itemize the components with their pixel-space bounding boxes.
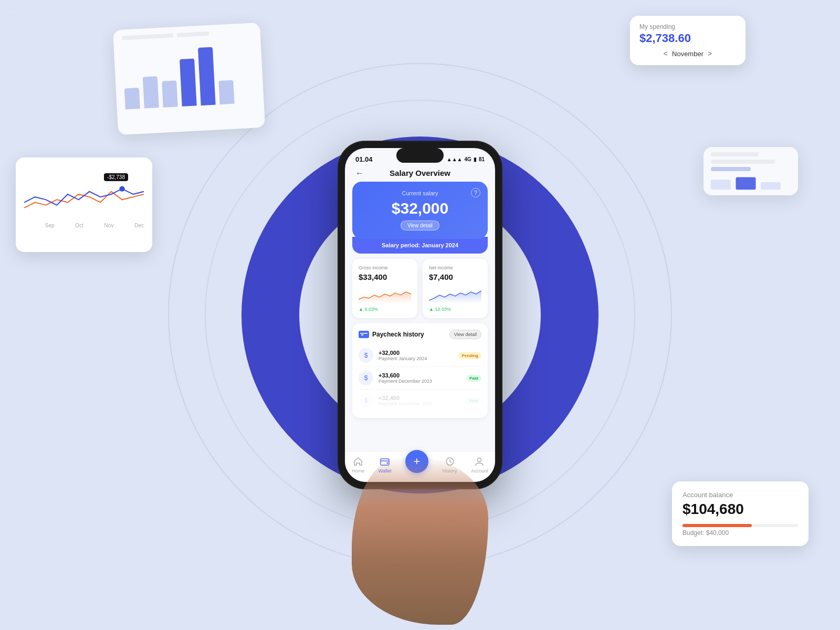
status-icons: ▲▲▲ 4G ▮ 81 [447,156,485,162]
spending-card: My spending $2,738.60 < November > [630,16,746,65]
screen-title: Salary Overview [390,169,450,177]
nav-home[interactable]: Home [352,456,364,474]
bar-3 [162,80,178,107]
gross-income-chart [359,285,411,303]
account-icon [474,456,485,467]
line-chart-area: -$2,738 [24,168,144,220]
svg-rect-3 [761,182,781,190]
phone-wrapper: 01.04 ▲▲▲ 4G ▮ 81 ← Salary Overview ? Cu… [339,142,501,488]
payment-icon-2: $ [359,371,373,385]
bar-chart-bars [122,40,256,110]
current-salary-amount: $32,000 [362,200,478,217]
spending-label: My spending [639,23,736,30]
bar-6 [218,80,234,104]
paycheck-title: Paycheck history [372,331,424,338]
phone-notch [396,148,444,163]
salary-period: Salary period: January 2024 [352,237,488,254]
payment-amount-2: +33,600 [379,372,461,379]
app-header: ← Salary Overview [345,165,495,182]
payment-badge-3: Paid [466,397,481,404]
spending-month: November [672,50,704,58]
label-nov: Nov [104,223,114,228]
view-detail-button[interactable]: View detail [401,220,439,230]
phone-screen: 01.04 ▲▲▲ 4G ▮ 81 ← Salary Overview ? Cu… [345,148,495,482]
next-month-arrow[interactable]: > [708,49,712,58]
salary-period-prefix: Salary period: [382,242,420,248]
net-income-label: Net income [429,265,481,270]
paycheck-section: Paycheck history View detail $ +32,000 P… [352,323,488,418]
salary-period-value: January 2024 [422,242,458,248]
label-oct: Oct [75,223,83,228]
bar-2 [143,76,159,108]
small-right-card [704,147,798,195]
label-sep: Sep [45,223,55,228]
svg-rect-1 [711,180,731,190]
current-salary-label: Current salary [362,190,478,196]
payment-info-3: +32,400 Payment November 2023 [379,395,461,406]
payment-badge-1: Pending [458,352,481,359]
signal-icon: ▲▲▲ [447,156,463,162]
gross-income-amount: $33,400 [359,272,411,281]
paycheck-title-area: Paycheck history [359,331,424,338]
bar-chart-card [113,23,265,135]
credit-card-menu: ··· [8,8,13,14]
chart-tag: -$2,738 [104,173,128,181]
paycheck-icon [359,331,369,338]
payment-amount-3: +32,400 [379,395,461,401]
phone-frame: 01.04 ▲▲▲ 4G ▮ 81 ← Salary Overview ? Cu… [339,142,501,488]
nav-home-label: Home [352,468,364,474]
back-button[interactable]: ← [355,169,364,178]
income-grid: Gross income $33,400 [352,259,488,318]
gross-income-change: ▲ 6.03% [359,307,411,312]
chart-x-labels: Sep Oct Nov Dec [24,223,144,228]
bar-4 [180,58,197,106]
label-dec: Dec [134,223,144,228]
svg-rect-8 [361,334,363,335]
battery-level: 81 [479,156,485,162]
nav-account[interactable]: Account [471,456,488,474]
salary-card: ? Current salary $32,000 View detail [352,182,488,239]
net-income-change: ▲ 10.03% [429,307,481,312]
paycheck-item-2: $ +33,600 Payment December 2023 Paid [359,367,481,390]
payment-icon-3: $ [359,393,373,408]
gross-income-card: Gross income $33,400 [352,259,417,318]
balance-card: Account balance $104,680 Budget: $40,000 [672,481,808,546]
svg-rect-2 [736,177,756,190]
payment-desc-3: Payment November 2023 [379,401,461,406]
net-income-amount: $7,400 [429,272,481,281]
hand-illustration [352,457,488,625]
network-type: 4G [465,156,471,162]
payment-amount-1: +32,000 [379,350,453,356]
payment-icon-1: $ [359,348,373,363]
payment-info-1: +32,000 Payment January 2024 [379,350,453,361]
line-chart-card: -$2,738 Sep Oct Nov Dec [16,158,152,252]
small-card-lines [711,152,791,171]
prev-month-arrow[interactable]: < [664,49,668,58]
balance-amount: $104,680 [682,501,798,518]
payment-desc-1: Payment January 2024 [379,356,453,361]
home-icon [352,456,364,467]
svg-rect-6 [360,332,368,337]
net-income-chart [429,285,481,303]
paycheck-view-detail[interactable]: View detail [449,330,481,339]
svg-point-13 [478,458,481,462]
paycheck-item-3: $ +32,400 Payment November 2023 Paid [359,390,481,412]
payment-info-2: +33,600 Payment December 2023 [379,372,461,384]
svg-point-0 [119,186,124,191]
balance-label: Account balance [682,491,798,499]
payment-desc-2: Payment December 2023 [379,379,461,384]
spending-amount: $2,738.60 [639,32,736,45]
payment-badge-2: Paid [466,375,481,382]
gross-income-label: Gross income [359,265,411,270]
small-card-bar [711,174,791,190]
budget-label: Budget: $40,000 [682,529,798,537]
battery-icon: ▮ [474,156,477,162]
status-time: 01.04 [355,155,373,163]
bar-5 [198,47,216,106]
nav-account-label: Account [471,468,488,474]
paycheck-item-1: $ +32,000 Payment January 2024 Pending [359,344,481,367]
net-income-card: Net income $7,400 [423,259,488,318]
budget-bar-bg [682,524,798,527]
bar-chart-legend [122,29,252,40]
paycheck-header: Paycheck history View detail [359,330,481,339]
